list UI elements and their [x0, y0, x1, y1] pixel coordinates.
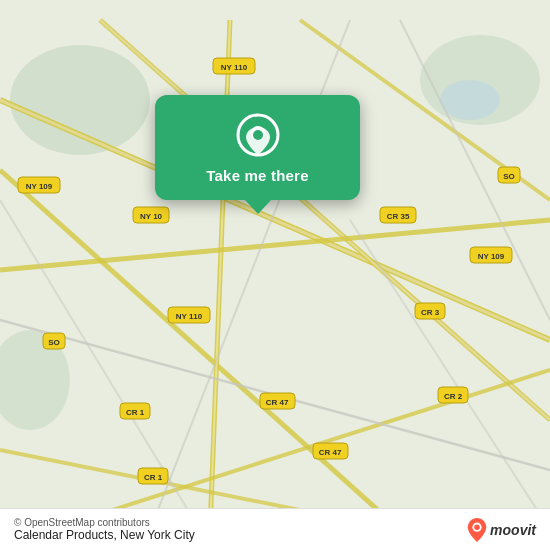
svg-text:CR 47: CR 47: [319, 448, 342, 457]
svg-text:NY 109: NY 109: [26, 182, 53, 191]
moovit-logo: moovit: [467, 518, 536, 542]
popup-card[interactable]: Take me there: [155, 95, 360, 200]
bottom-left-section: © OpenStreetMap contributors Calendar Pr…: [14, 517, 195, 542]
svg-text:NY 10: NY 10: [140, 212, 163, 221]
moovit-pin-icon: [467, 518, 487, 542]
svg-text:NY 109: NY 109: [478, 252, 505, 261]
svg-text:NY 110: NY 110: [221, 63, 248, 72]
svg-point-53: [474, 524, 480, 530]
svg-point-3: [440, 80, 500, 120]
svg-text:CR 2: CR 2: [444, 392, 463, 401]
svg-text:CR 1: CR 1: [144, 473, 163, 482]
svg-text:CR 1: CR 1: [126, 408, 145, 417]
bottom-right-section: moovit: [467, 518, 536, 542]
location-pin-icon: [236, 113, 280, 157]
svg-text:CR 3: CR 3: [421, 308, 440, 317]
svg-text:SO: SO: [503, 172, 515, 181]
svg-text:NY 110: NY 110: [176, 312, 203, 321]
moovit-brand-text: moovit: [490, 522, 536, 538]
svg-text:CR 47: CR 47: [266, 398, 289, 407]
location-title: Calendar Products, New York City: [14, 528, 195, 542]
svg-line-19: [350, 220, 550, 530]
map-container: NY 110 NY 109 NY 10 NY 110 CR 35 NY 109 …: [0, 0, 550, 550]
osm-attribution: © OpenStreetMap contributors: [14, 517, 195, 528]
svg-point-0: [10, 45, 150, 155]
bottom-bar: © OpenStreetMap contributors Calendar Pr…: [0, 508, 550, 550]
take-me-there-button[interactable]: Take me there: [206, 167, 308, 184]
map-roads: NY 110 NY 109 NY 10 NY 110 CR 35 NY 109 …: [0, 0, 550, 550]
svg-point-51: [253, 130, 263, 140]
svg-text:CR 35: CR 35: [387, 212, 410, 221]
svg-text:SO: SO: [48, 338, 60, 347]
